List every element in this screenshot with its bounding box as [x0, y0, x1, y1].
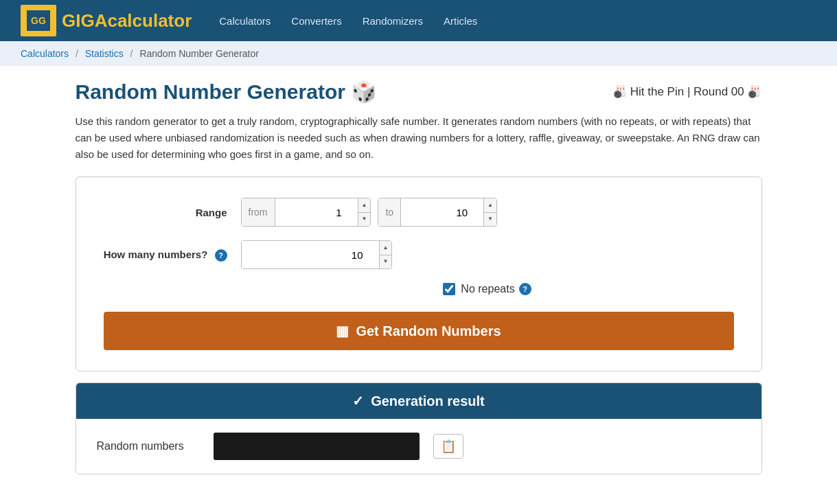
main-content: Random Number Generator 🎲 🎳 Hit the Pin …	[55, 66, 783, 488]
generate-button[interactable]: ▦ Get Random Numbers	[104, 312, 734, 350]
nav-list: Calculators Converters Randomizers Artic…	[219, 15, 477, 27]
breadcrumb-statistics[interactable]: Statistics	[85, 48, 124, 59]
no-repeats-help-icon[interactable]: ?	[519, 283, 531, 295]
description: Use this random generator to get a truly…	[76, 113, 762, 163]
no-repeats-text: No repeats	[461, 283, 514, 295]
to-input-wrapper: to ▲ ▼	[378, 198, 497, 227]
page-title: Random Number Generator 🎲	[76, 80, 377, 104]
from-input-wrapper: from ▲ ▼	[241, 198, 371, 227]
how-many-row: How many numbers? ? ▲ ▼	[104, 240, 734, 269]
to-increment[interactable]: ▲	[484, 198, 496, 213]
nav-randomizers[interactable]: Randomizers	[363, 15, 423, 27]
how-many-input[interactable]	[242, 241, 379, 268]
title-row: Random Number Generator 🎲 🎳 Hit the Pin …	[76, 80, 762, 104]
how-many-label-text: How many numbers?	[104, 249, 208, 260]
how-many-spinners: ▲ ▼	[379, 241, 392, 268]
result-header-label: Generation result	[371, 393, 485, 409]
how-many-label: How many numbers? ?	[104, 249, 227, 262]
checkmark-icon: ✓	[352, 393, 364, 409]
random-numbers-value	[214, 433, 420, 460]
logo-svg: GG	[25, 9, 51, 32]
to-decrement[interactable]: ▼	[484, 213, 496, 227]
header: GG GIGAcalculator Calculators Converters…	[0, 0, 837, 41]
result-body: Random numbers 📋	[76, 419, 761, 474]
copy-button[interactable]: 📋	[433, 434, 463, 459]
generate-button-label: Get Random Numbers	[356, 323, 501, 339]
range-row: Range from ▲ ▼ to ▲ ▼	[104, 198, 734, 227]
nav-calculators[interactable]: Calculators	[219, 15, 271, 27]
how-many-input-wrapper: ▲ ▼	[241, 240, 393, 269]
breadcrumb: Calculators / Statistics / Random Number…	[0, 41, 837, 66]
breadcrumb-sep-2: /	[130, 48, 133, 59]
random-numbers-label: Random numbers	[97, 440, 200, 453]
logo-text: GIGAcalculator	[62, 10, 192, 32]
clipboard-icon: 📋	[441, 439, 456, 453]
no-repeats-label: No repeats ?	[461, 283, 531, 295]
to-input[interactable]	[401, 198, 483, 226]
logo-link[interactable]: GG GIGAcalculator	[21, 5, 192, 36]
range-label: Range	[104, 207, 227, 218]
how-many-help-icon[interactable]: ?	[215, 249, 227, 262]
pin-game-text: 🎳 Hit the Pin | Round 00 🎳	[612, 84, 761, 99]
how-many-decrement[interactable]: ▼	[380, 255, 392, 269]
page-title-text: Random Number Generator	[76, 80, 345, 103]
logo-calc: calculator	[107, 10, 192, 31]
dice-emoji: 🎲	[351, 80, 376, 103]
from-increment[interactable]: ▲	[358, 198, 371, 213]
pin-game: 🎳 Hit the Pin | Round 00 🎳	[612, 84, 761, 99]
nav-articles[interactable]: Articles	[444, 15, 477, 27]
no-repeats-row: No repeats ?	[241, 283, 734, 295]
from-prefix: from	[242, 198, 275, 226]
logo-giga: GIGA	[62, 10, 107, 31]
result-box: ✓ Generation result Random numbers 📋	[76, 382, 762, 474]
to-spinners: ▲ ▼	[483, 198, 496, 226]
logo-box: GG	[21, 5, 56, 36]
to-prefix: to	[378, 198, 401, 226]
generate-icon: ▦	[336, 323, 349, 339]
no-repeats-checkbox[interactable]	[443, 283, 455, 295]
breadcrumb-calculators[interactable]: Calculators	[21, 48, 69, 59]
nav-converters[interactable]: Converters	[291, 15, 341, 27]
breadcrumb-sep-1: /	[76, 48, 78, 59]
range-inputs: from ▲ ▼ to ▲ ▼	[241, 198, 498, 227]
from-spinners: ▲ ▼	[358, 198, 371, 226]
breadcrumb-current: Random Number Generator	[139, 48, 259, 59]
result-header: ✓ Generation result	[76, 383, 761, 419]
how-many-increment[interactable]: ▲	[380, 241, 392, 255]
from-input[interactable]	[275, 198, 358, 226]
main-nav: Calculators Converters Randomizers Artic…	[219, 15, 477, 27]
from-decrement[interactable]: ▼	[358, 213, 371, 227]
calculator-box: Range from ▲ ▼ to ▲ ▼	[76, 176, 762, 371]
svg-text:GG: GG	[31, 15, 46, 26]
